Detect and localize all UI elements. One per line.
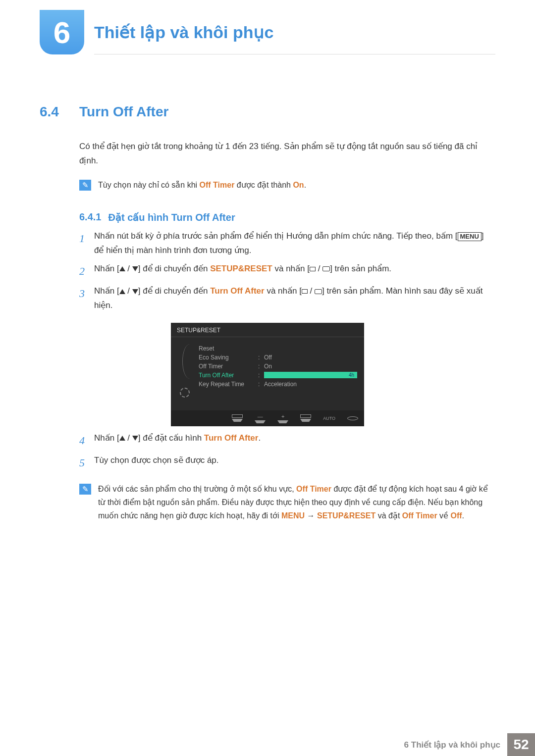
up-arrow-icon <box>119 266 125 271</box>
osd-curve-decoration <box>182 344 197 379</box>
subsection-heading: 6.4.1 Đặt cấu hình Turn Off After <box>79 211 495 223</box>
step-4: 4 Nhấn [ / ] để đặt cấu hình Turn Off Af… <box>79 431 495 450</box>
down-arrow-icon <box>132 436 138 441</box>
note-block: ✎ Tùy chọn này chỉ có sẵn khi Off Timer … <box>79 178 495 192</box>
up-arrow-icon <box>119 289 125 294</box>
note-text: Tùy chọn này chỉ có sẵn khi Off Timer đư… <box>98 178 495 192</box>
osd-title: SETUP&RESET <box>171 323 364 337</box>
button-icon <box>315 289 322 294</box>
note-text: Đối với các sản phẩm cho thị trường ở mộ… <box>98 482 495 523</box>
button-icon <box>322 266 330 271</box>
step-5: 5 Tùy chọn được chọn sẽ được áp. <box>79 454 495 472</box>
gear-icon <box>180 388 190 398</box>
subsection-number: 6.4.1 <box>79 211 101 223</box>
step-number: 3 <box>79 284 94 313</box>
nav-icon <box>232 414 243 422</box>
note-icon: ✎ <box>79 484 91 495</box>
nav-icon <box>300 414 311 422</box>
subsection-title: Đặt cấu hình Turn Off After <box>108 211 235 223</box>
chapter-header: 6 Thiết lập và khôi phục <box>40 10 495 54</box>
button-icon <box>310 267 316 271</box>
power-icon <box>347 416 358 420</box>
chapter-title: Thiết lập và khôi phục <box>94 22 273 42</box>
up-arrow-icon <box>119 436 125 441</box>
section-heading: 6.4 Turn Off After <box>40 104 495 120</box>
osd-footer-icons: — + AUTO <box>171 410 364 426</box>
osd-item-key-repeat: Key Repeat Time:Acceleration <box>199 380 357 389</box>
osd-item-eco: Eco Saving:Off <box>199 353 357 362</box>
chapter-number-badge: 6 <box>40 10 84 54</box>
note-icon: ✎ <box>79 180 91 191</box>
step-number: 1 <box>79 229 94 258</box>
osd-progress-bar: 4h <box>264 372 357 378</box>
step-number: 4 <box>79 431 94 450</box>
auto-label: AUTO <box>323 416 335 421</box>
section-number: 6.4 <box>40 104 79 120</box>
menu-key-icon: MENU <box>458 232 482 241</box>
osd-item-turn-off-after: Turn Off After:4h <box>199 371 357 380</box>
footer-chapter-label: 6 Thiết lập và khôi phục <box>404 740 500 750</box>
step-number: 2 <box>79 262 94 280</box>
nav-icon: + <box>277 413 288 423</box>
page-number: 52 <box>507 733 535 756</box>
note-block: ✎ Đối với các sản phẩm cho thị trường ở … <box>79 482 495 523</box>
down-arrow-icon <box>132 266 138 271</box>
section-title: Turn Off After <box>79 104 168 120</box>
osd-item-reset: Reset <box>199 344 357 353</box>
page-footer: 6 Thiết lập và khôi phục 52 <box>0 733 535 756</box>
step-2: 2 Nhấn [ / ] để di chuyển đến SETUP&RESE… <box>79 262 495 280</box>
step-1: 1 Nhấn nút bất kỳ ở phía trước sản phẩm … <box>79 229 495 258</box>
intro-paragraph: Có thể đặt hẹn giờ tắt trong khoảng từ 1… <box>79 140 495 168</box>
down-arrow-icon <box>132 289 138 294</box>
button-icon <box>302 289 308 294</box>
divider <box>94 54 495 54</box>
osd-item-off-timer: Off Timer:On <box>199 362 357 371</box>
step-number: 5 <box>79 454 94 472</box>
step-3: 3 Nhấn [ / ] để di chuyển đến Turn Off A… <box>79 284 495 313</box>
nav-icon: — <box>255 413 266 423</box>
osd-menu-screenshot: SETUP&RESET Reset Eco Saving:Off Off Tim… <box>171 323 364 426</box>
